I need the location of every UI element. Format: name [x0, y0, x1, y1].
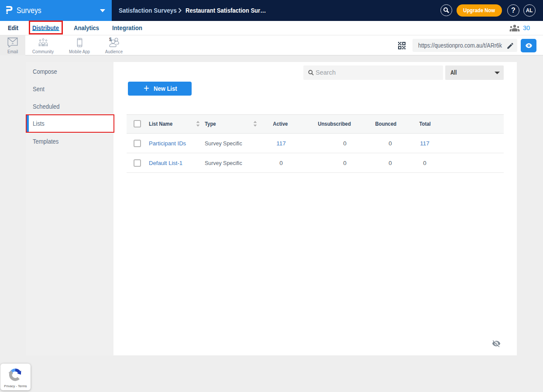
svg-text:$: $: [109, 38, 112, 42]
